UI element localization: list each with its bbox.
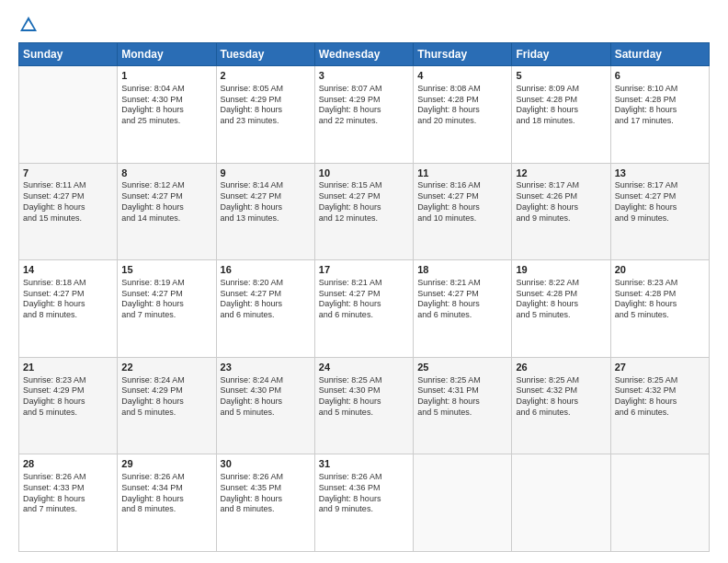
day-number: 8 <box>121 167 211 180</box>
calendar-cell: 10Sunrise: 8:15 AMSunset: 4:27 PMDayligh… <box>314 163 413 260</box>
calendar-cell: 12Sunrise: 8:17 AMSunset: 4:26 PMDayligh… <box>512 163 610 260</box>
day-header-saturday: Saturday <box>610 43 709 66</box>
day-header-thursday: Thursday <box>414 43 512 66</box>
day-number: 21 <box>23 361 113 374</box>
day-number: 5 <box>516 69 606 83</box>
day-number: 30 <box>221 457 311 471</box>
day-info: Sunrise: 8:25 AMSunset: 4:30 PMDaylight:… <box>319 375 409 419</box>
day-number: 3 <box>319 69 409 83</box>
day-number: 4 <box>417 69 507 83</box>
day-number: 2 <box>221 69 311 83</box>
day-info: Sunrise: 8:25 AMSunset: 4:32 PMDaylight:… <box>516 375 606 419</box>
day-info: Sunrise: 8:14 AMSunset: 4:27 PMDaylight:… <box>221 180 311 224</box>
day-info: Sunrise: 8:21 AMSunset: 4:27 PMDaylight:… <box>319 278 409 321</box>
calendar-cell: 1Sunrise: 8:04 AMSunset: 4:30 PMDaylight… <box>118 66 216 164</box>
calendar-week-3: 14Sunrise: 8:18 AMSunset: 4:27 PMDayligh… <box>19 260 710 358</box>
day-number: 13 <box>615 167 705 180</box>
day-info: Sunrise: 8:17 AMSunset: 4:27 PMDaylight:… <box>615 180 705 224</box>
calendar-cell: 11Sunrise: 8:16 AMSunset: 4:27 PMDayligh… <box>414 163 512 260</box>
calendar-cell: 4Sunrise: 8:08 AMSunset: 4:28 PMDaylight… <box>414 66 512 164</box>
day-number: 25 <box>417 361 507 374</box>
day-info: Sunrise: 8:24 AMSunset: 4:29 PMDaylight:… <box>121 375 211 419</box>
day-info: Sunrise: 8:11 AMSunset: 4:27 PMDaylight:… <box>23 180 113 224</box>
calendar-table: SundayMondayTuesdayWednesdayThursdayFrid… <box>18 42 710 552</box>
day-header-sunday: Sunday <box>19 43 118 66</box>
calendar-week-1: 1Sunrise: 8:04 AMSunset: 4:30 PMDaylight… <box>19 66 710 164</box>
day-number: 12 <box>516 167 606 180</box>
day-info: Sunrise: 8:26 AMSunset: 4:34 PMDaylight:… <box>121 472 211 515</box>
calendar-cell: 19Sunrise: 8:22 AMSunset: 4:28 PMDayligh… <box>512 260 610 358</box>
day-info: Sunrise: 8:07 AMSunset: 4:29 PMDaylight:… <box>319 84 409 127</box>
calendar-cell: 3Sunrise: 8:07 AMSunset: 4:29 PMDaylight… <box>314 66 413 164</box>
day-number: 7 <box>23 167 113 180</box>
logo <box>18 15 42 35</box>
day-info: Sunrise: 8:24 AMSunset: 4:30 PMDaylight:… <box>221 375 311 419</box>
day-info: Sunrise: 8:20 AMSunset: 4:27 PMDaylight:… <box>221 278 311 321</box>
calendar-cell: 20Sunrise: 8:23 AMSunset: 4:28 PMDayligh… <box>610 260 709 358</box>
calendar-cell: 26Sunrise: 8:25 AMSunset: 4:32 PMDayligh… <box>512 357 610 454</box>
calendar-header: SundayMondayTuesdayWednesdayThursdayFrid… <box>19 43 710 66</box>
calendar-cell: 30Sunrise: 8:26 AMSunset: 4:35 PMDayligh… <box>216 454 314 552</box>
calendar-cell: 31Sunrise: 8:26 AMSunset: 4:36 PMDayligh… <box>314 454 413 552</box>
day-number: 14 <box>23 263 113 277</box>
day-info: Sunrise: 8:05 AMSunset: 4:29 PMDaylight:… <box>221 84 311 127</box>
day-info: Sunrise: 8:26 AMSunset: 4:36 PMDaylight:… <box>319 472 409 515</box>
day-number: 6 <box>615 69 705 83</box>
day-info: Sunrise: 8:19 AMSunset: 4:27 PMDaylight:… <box>121 278 211 321</box>
calendar-cell: 5Sunrise: 8:09 AMSunset: 4:28 PMDaylight… <box>512 66 610 164</box>
calendar-week-2: 7Sunrise: 8:11 AMSunset: 4:27 PMDaylight… <box>19 163 710 260</box>
day-info: Sunrise: 8:12 AMSunset: 4:27 PMDaylight:… <box>121 180 211 224</box>
page: SundayMondayTuesdayWednesdayThursdayFrid… <box>0 0 728 563</box>
calendar-week-5: 28Sunrise: 8:26 AMSunset: 4:33 PMDayligh… <box>19 454 710 552</box>
header-row: SundayMondayTuesdayWednesdayThursdayFrid… <box>19 43 710 66</box>
calendar-cell <box>19 66 118 164</box>
header <box>18 15 710 35</box>
day-number: 20 <box>615 263 705 277</box>
day-info: Sunrise: 8:09 AMSunset: 4:28 PMDaylight:… <box>516 84 606 127</box>
calendar-cell: 16Sunrise: 8:20 AMSunset: 4:27 PMDayligh… <box>216 260 314 358</box>
day-number: 28 <box>23 457 113 471</box>
day-header-friday: Friday <box>512 43 610 66</box>
day-info: Sunrise: 8:26 AMSunset: 4:35 PMDaylight:… <box>221 472 311 515</box>
calendar-cell: 23Sunrise: 8:24 AMSunset: 4:30 PMDayligh… <box>216 357 314 454</box>
day-number: 17 <box>319 263 409 277</box>
day-number: 15 <box>121 263 211 277</box>
day-number: 26 <box>516 361 606 374</box>
day-info: Sunrise: 8:04 AMSunset: 4:30 PMDaylight:… <box>121 84 211 127</box>
day-number: 31 <box>319 457 409 471</box>
day-number: 29 <box>121 457 211 471</box>
day-number: 19 <box>516 263 606 277</box>
calendar-cell: 15Sunrise: 8:19 AMSunset: 4:27 PMDayligh… <box>118 260 216 358</box>
calendar-cell: 6Sunrise: 8:10 AMSunset: 4:28 PMDaylight… <box>610 66 709 164</box>
day-info: Sunrise: 8:15 AMSunset: 4:27 PMDaylight:… <box>319 180 409 224</box>
day-info: Sunrise: 8:17 AMSunset: 4:26 PMDaylight:… <box>516 180 606 224</box>
calendar-cell: 27Sunrise: 8:25 AMSunset: 4:32 PMDayligh… <box>610 357 709 454</box>
calendar-cell <box>414 454 512 552</box>
day-info: Sunrise: 8:23 AMSunset: 4:29 PMDaylight:… <box>23 375 113 419</box>
calendar-cell: 18Sunrise: 8:21 AMSunset: 4:27 PMDayligh… <box>414 260 512 358</box>
day-number: 22 <box>121 361 211 374</box>
day-number: 11 <box>417 167 507 180</box>
day-number: 18 <box>417 263 507 277</box>
day-number: 9 <box>221 167 311 180</box>
day-info: Sunrise: 8:21 AMSunset: 4:27 PMDaylight:… <box>417 278 507 321</box>
day-number: 16 <box>221 263 311 277</box>
calendar-cell: 7Sunrise: 8:11 AMSunset: 4:27 PMDaylight… <box>19 163 118 260</box>
day-info: Sunrise: 8:10 AMSunset: 4:28 PMDaylight:… <box>615 84 705 127</box>
day-header-tuesday: Tuesday <box>216 43 314 66</box>
calendar-cell: 13Sunrise: 8:17 AMSunset: 4:27 PMDayligh… <box>610 163 709 260</box>
day-number: 27 <box>615 361 705 374</box>
day-info: Sunrise: 8:25 AMSunset: 4:32 PMDaylight:… <box>615 375 705 419</box>
day-info: Sunrise: 8:08 AMSunset: 4:28 PMDaylight:… <box>417 84 507 127</box>
day-info: Sunrise: 8:18 AMSunset: 4:27 PMDaylight:… <box>23 278 113 321</box>
calendar-cell <box>610 454 709 552</box>
calendar-body: 1Sunrise: 8:04 AMSunset: 4:30 PMDaylight… <box>19 66 710 552</box>
day-header-wednesday: Wednesday <box>314 43 413 66</box>
day-info: Sunrise: 8:16 AMSunset: 4:27 PMDaylight:… <box>417 180 507 224</box>
calendar-cell: 9Sunrise: 8:14 AMSunset: 4:27 PMDaylight… <box>216 163 314 260</box>
day-info: Sunrise: 8:22 AMSunset: 4:28 PMDaylight:… <box>516 278 606 321</box>
calendar-cell: 14Sunrise: 8:18 AMSunset: 4:27 PMDayligh… <box>19 260 118 358</box>
day-number: 24 <box>319 361 409 374</box>
calendar-cell: 2Sunrise: 8:05 AMSunset: 4:29 PMDaylight… <box>216 66 314 164</box>
calendar-cell: 21Sunrise: 8:23 AMSunset: 4:29 PMDayligh… <box>19 357 118 454</box>
